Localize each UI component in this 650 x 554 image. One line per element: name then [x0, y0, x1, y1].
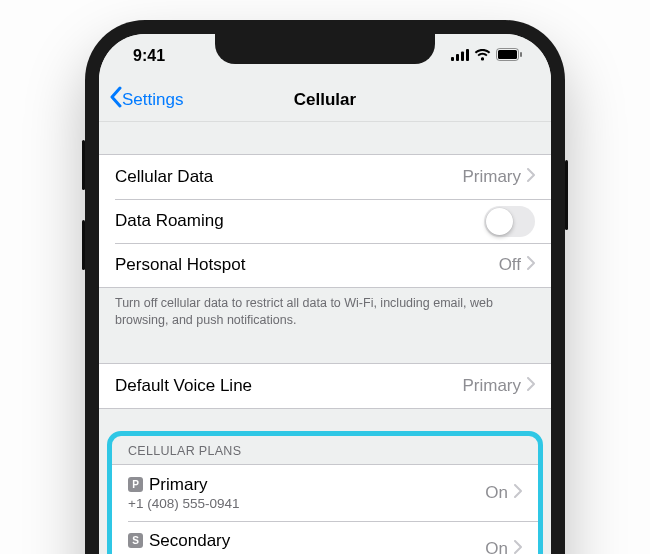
cellular-plans-highlight: CELLULAR PLANS P Primary +1 (408) 555-09… — [107, 431, 543, 554]
svg-rect-3 — [466, 49, 469, 61]
status-icons — [451, 47, 523, 65]
chevron-left-icon — [109, 86, 122, 113]
phone-frame: 9:41 Settings Cellular — [85, 20, 565, 554]
plan-status: On — [485, 483, 508, 503]
row-label: Data Roaming — [115, 211, 484, 231]
wifi-icon — [474, 47, 491, 65]
row-cellular-data[interactable]: Cellular Data Primary — [99, 155, 551, 199]
screen: 9:41 Settings Cellular — [99, 34, 551, 554]
nav-bar: Settings Cellular — [99, 78, 551, 122]
chevron-right-icon — [527, 167, 535, 187]
plans-header: CELLULAR PLANS — [112, 436, 538, 464]
chevron-right-icon — [527, 376, 535, 396]
status-time: 9:41 — [133, 47, 165, 65]
settings-list: Cellular Data Primary Data Roaming Perso… — [99, 122, 551, 554]
plan-name-label: Primary — [149, 475, 208, 495]
svg-rect-5 — [498, 50, 517, 59]
battery-icon — [496, 47, 523, 65]
svg-rect-6 — [520, 52, 522, 57]
plan-badge-icon: P — [128, 477, 143, 492]
svg-rect-2 — [461, 52, 464, 62]
group-voice-line: Default Voice Line Primary — [99, 363, 551, 409]
row-value: Primary — [462, 167, 521, 187]
plan-status: On — [485, 539, 508, 554]
chevron-right-icon — [514, 483, 522, 503]
back-label: Settings — [122, 90, 183, 110]
row-label: Default Voice Line — [115, 376, 462, 396]
svg-rect-0 — [451, 57, 454, 61]
plan-row-secondary[interactable]: S Secondary +1 (408) 555-0942 On — [112, 521, 538, 554]
notch — [215, 34, 435, 64]
data-roaming-toggle[interactable] — [484, 206, 535, 237]
row-data-roaming[interactable]: Data Roaming — [99, 199, 551, 243]
plan-main: P Primary +1 (408) 555-0941 — [128, 475, 485, 511]
group-cellular: Cellular Data Primary Data Roaming Perso… — [99, 154, 551, 288]
row-default-voice[interactable]: Default Voice Line Primary — [99, 364, 551, 408]
cellular-footer-note: Turn off cellular data to restrict all d… — [99, 288, 551, 337]
back-button[interactable]: Settings — [109, 86, 183, 113]
svg-rect-1 — [456, 54, 459, 61]
row-value: Primary — [462, 376, 521, 396]
cellular-signal-icon — [451, 47, 469, 65]
toggle-knob — [486, 208, 513, 235]
row-label: Cellular Data — [115, 167, 462, 187]
plan-badge-icon: S — [128, 533, 143, 548]
group-cellular-plans: P Primary +1 (408) 555-0941 On — [112, 464, 538, 554]
chevron-right-icon — [527, 255, 535, 275]
chevron-right-icon — [514, 539, 522, 554]
plan-name-label: Secondary — [149, 531, 230, 551]
row-label: Personal Hotspot — [115, 255, 499, 275]
row-value: Off — [499, 255, 521, 275]
plan-number: +1 (408) 555-0941 — [128, 496, 485, 511]
plan-main: S Secondary +1 (408) 555-0942 — [128, 531, 485, 554]
row-personal-hotspot[interactable]: Personal Hotspot Off — [99, 243, 551, 287]
plan-row-primary[interactable]: P Primary +1 (408) 555-0941 On — [112, 465, 538, 521]
